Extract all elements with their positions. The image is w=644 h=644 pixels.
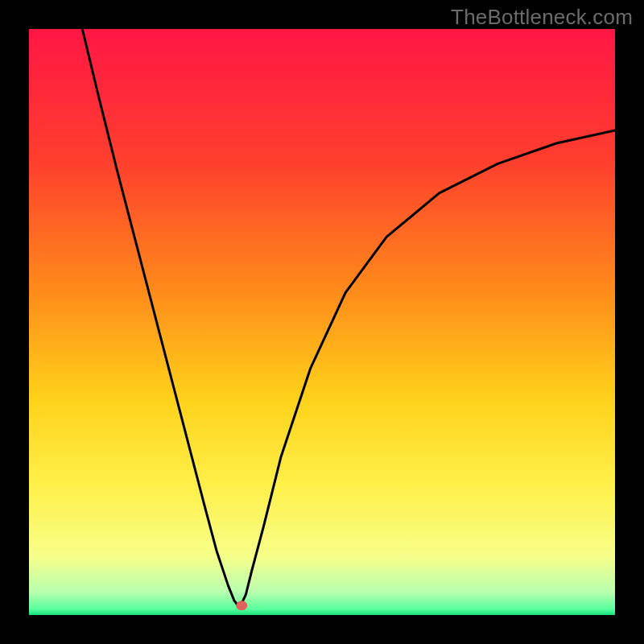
gradient-background [29,29,615,615]
chart-plot-area [29,29,615,615]
watermark-text: TheBottleneck.com [451,5,633,30]
minimum-marker [236,601,247,610]
chart-svg [29,29,615,615]
chart-frame: TheBottleneck.com [0,0,644,644]
